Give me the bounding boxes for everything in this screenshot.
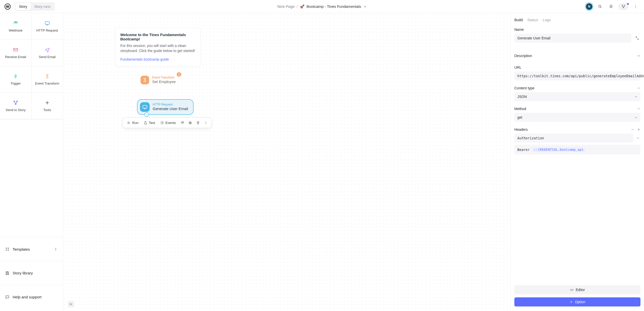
nav-templates[interactable]: Templates — [0, 237, 63, 261]
method-value: get — [517, 115, 522, 119]
name-input[interactable] — [514, 34, 631, 43]
tab-story[interactable]: Story — [15, 3, 31, 10]
node-type: HTTP Request — [153, 103, 188, 107]
run-button[interactable]: Run — [124, 119, 141, 126]
nav-list: Templates Story library Help and support — [0, 235, 63, 311]
tab-build[interactable]: Build — [514, 18, 523, 22]
tab-logs[interactable]: Logs — [543, 18, 551, 22]
svg-point-6 — [635, 7, 636, 8]
tab-status[interactable]: Status — [527, 18, 538, 22]
palette-tools[interactable]: Tools — [32, 93, 63, 119]
credential-text: CREDENTIAL.bootcamp_api — [538, 148, 584, 151]
node-more-button[interactable] — [202, 119, 210, 126]
add-icon[interactable] — [637, 128, 640, 131]
svg-point-3 — [623, 7, 624, 8]
event-count-badge[interactable]: 1 — [177, 72, 181, 77]
svg-rect-18 — [190, 122, 191, 124]
option-label: Option — [575, 300, 585, 304]
events-button[interactable]: Events — [158, 119, 178, 126]
palette-trigger[interactable]: Trigger — [0, 66, 32, 93]
search-icon — [598, 4, 602, 9]
url-input[interactable]: https://toolkit.tines.com/api/public/gen… — [514, 71, 640, 81]
chevron-down-icon[interactable] — [637, 54, 640, 58]
palette-http[interactable]: HTTP Request — [32, 13, 63, 40]
test-button[interactable]: Test — [141, 119, 158, 126]
nav-story-library[interactable]: Story library — [0, 261, 63, 285]
code-icon — [570, 288, 574, 292]
clock-icon — [160, 121, 164, 125]
play-icon — [127, 121, 131, 125]
chevron-down-icon — [634, 116, 637, 119]
rerun-button[interactable] — [178, 119, 186, 126]
copy-button[interactable] — [186, 119, 194, 126]
webhook-icon — [13, 20, 18, 26]
node-type: Event Transform — [152, 76, 176, 80]
svg-point-2 — [624, 5, 625, 6]
palette-send-to-story[interactable]: Send to Story — [0, 93, 32, 119]
header-value-input[interactable]: Bearer CREDENTIAL.bootcamp_api — [514, 145, 640, 154]
credential-token[interactable]: CREDENTIAL.bootcamp_api — [532, 147, 586, 152]
story-canvas[interactable]: Welcome to the Tines Fundamentals Bootca… — [63, 13, 511, 311]
test-label: Test — [149, 121, 155, 125]
changes-button[interactable] — [618, 3, 628, 10]
nav-help[interactable]: Help and support — [0, 285, 63, 309]
svg-rect-16 — [143, 106, 147, 108]
remove-icon[interactable] — [637, 86, 640, 90]
plus-icon — [569, 300, 573, 304]
editor-label: Editor — [576, 288, 585, 292]
refresh-icon — [180, 121, 184, 125]
app-menu-icon[interactable] — [5, 4, 11, 10]
node-toolbar: Run Test Events — [123, 118, 211, 128]
chevron-down-icon[interactable] — [363, 5, 367, 8]
palette-label: Receive Email — [5, 55, 26, 59]
svg-point-21 — [205, 123, 206, 123]
palette-send-email[interactable]: Send Email — [32, 40, 63, 66]
welcome-link[interactable]: Fundamentals bootcamp guide — [120, 57, 169, 61]
notifications-button[interactable] — [607, 3, 615, 10]
save-icon — [5, 271, 10, 275]
description-label: Description — [514, 54, 532, 58]
nav-label: Help and support — [13, 295, 41, 299]
palette-webhook[interactable]: Webhook — [0, 13, 32, 40]
palette-label: Send to Story — [6, 108, 26, 112]
search-button[interactable] — [596, 3, 604, 10]
node-set-employee[interactable]: Event Transform Set Employee 1 — [139, 74, 180, 86]
monitor-icon — [140, 102, 150, 112]
palette-label: Send Email — [39, 55, 56, 59]
palette-label: Tools — [43, 108, 51, 112]
palette-receive-email[interactable]: Receive Email — [0, 40, 32, 66]
breadcrumb-title[interactable]: Bootcamp - Tines Fundamentals — [307, 4, 361, 9]
method-label: Method — [514, 107, 526, 111]
panel-tabs: Build Status Logs — [514, 18, 640, 22]
option-button[interactable]: Option — [514, 297, 640, 306]
url-label: URL — [514, 65, 640, 69]
workflow-icon — [13, 100, 18, 106]
collapse-icon — [69, 302, 73, 306]
more-vertical-icon — [204, 121, 208, 125]
add-output-button[interactable] — [144, 112, 149, 117]
remove-icon[interactable] — [637, 107, 640, 111]
remove-icon[interactable] — [631, 128, 634, 131]
node-generate-email[interactable]: HTTP Request Generate User Email — [137, 99, 194, 115]
copy-icon — [188, 121, 192, 125]
topbar: Story Story runs Nick Page / 🚀 Bootcamp … — [0, 0, 644, 13]
tab-story-runs[interactable]: Story runs — [31, 3, 54, 10]
right-panel: Build Status Logs Name Description — [511, 13, 644, 311]
header-key-input[interactable]: Authorization — [514, 134, 633, 143]
remove-header-button[interactable] — [635, 136, 640, 141]
avatar[interactable]: N — [586, 3, 592, 10]
left-sidebar: Webhook HTTP Request Receive Email Send … — [0, 13, 63, 311]
content-type-select[interactable]: JSON — [514, 92, 640, 101]
run-label: Run — [132, 121, 139, 125]
svg-point-13 — [8, 248, 9, 249]
collapse-panel-button[interactable] — [634, 35, 640, 41]
editor-button[interactable]: Editor — [514, 285, 640, 294]
beaker-icon — [144, 121, 147, 125]
palette-event-transform[interactable]: Event Transform — [32, 66, 63, 93]
node-name: Generate User Email — [153, 107, 188, 111]
method-select[interactable]: get — [514, 113, 640, 122]
more-button[interactable] — [632, 3, 639, 10]
collapse-sidebar-button[interactable] — [68, 301, 74, 307]
delete-button[interactable] — [194, 119, 202, 126]
chevron-down-icon — [145, 113, 148, 116]
